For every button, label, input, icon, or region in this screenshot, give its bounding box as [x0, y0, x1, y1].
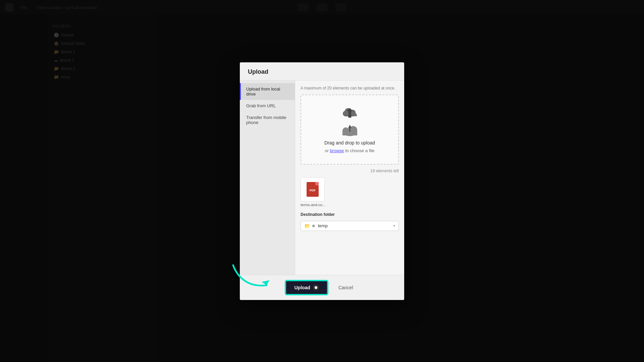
svg-marker-4 [348, 125, 352, 128]
pdf-label: PDF [310, 189, 316, 192]
modal-overlay: Upload Upload from local drive Grab from… [0, 0, 644, 362]
file-name: terms-and-condit... [301, 203, 327, 207]
nav-item-local[interactable]: Upload from local drive [240, 83, 295, 100]
cancel-button[interactable]: Cancel [333, 282, 359, 294]
upload-cloud-icon: ⬆ [342, 106, 358, 119]
dropzone-primary-text: Drag and drop to upload [324, 140, 375, 145]
modal-body: Upload from local drive Grab from URL Tr… [240, 80, 404, 275]
modal-header: Upload [240, 62, 404, 80]
pdf-doc-shape: PDF [307, 182, 319, 197]
dropzone[interactable]: ⬆ Drag and drop to upload [301, 95, 399, 165]
chevron-down-icon: ▾ [393, 224, 395, 228]
modal-content-area: A maximum of 20 elements can be uploaded… [295, 80, 404, 275]
pdf-icon: PDF [307, 182, 319, 197]
upload-button[interactable]: Upload [285, 281, 327, 295]
upload-button-label: Upload [294, 285, 310, 290]
upload-btn-dot [313, 285, 319, 291]
modal-footer: Upload Cancel [240, 275, 404, 300]
nav-item-mobile[interactable]: Transfer from mobile phone [240, 112, 295, 128]
upload-modal: Upload Upload from local drive Grab from… [240, 62, 404, 300]
destination-label: Destination folder [301, 212, 399, 217]
modal-nav: Upload from local drive Grab from URL Tr… [240, 80, 295, 275]
dropzone-sub-text: or browse to choose a file [325, 148, 374, 153]
elements-left: 19 elements left [301, 169, 399, 173]
file-card: PDF [301, 177, 325, 201]
folder-select-inner: 📁 ◉ temp [304, 223, 391, 229]
modal-title: Upload [248, 68, 268, 75]
file-preview: PDF terms-and-condit... [301, 177, 399, 207]
browse-link[interactable]: browse [330, 148, 344, 153]
folder-count-icon: ◉ [312, 224, 315, 228]
folder-name: temp [318, 223, 328, 228]
upload-info: A maximum of 20 elements can be uploaded… [301, 86, 399, 90]
svg-rect-5 [349, 128, 351, 132]
destination-folder-select[interactable]: 📁 ◉ temp ▾ [301, 221, 399, 231]
nav-item-url[interactable]: Grab from URL [240, 100, 295, 112]
svg-marker-6 [262, 280, 269, 285]
folder-icon-small: 📁 [304, 223, 310, 229]
